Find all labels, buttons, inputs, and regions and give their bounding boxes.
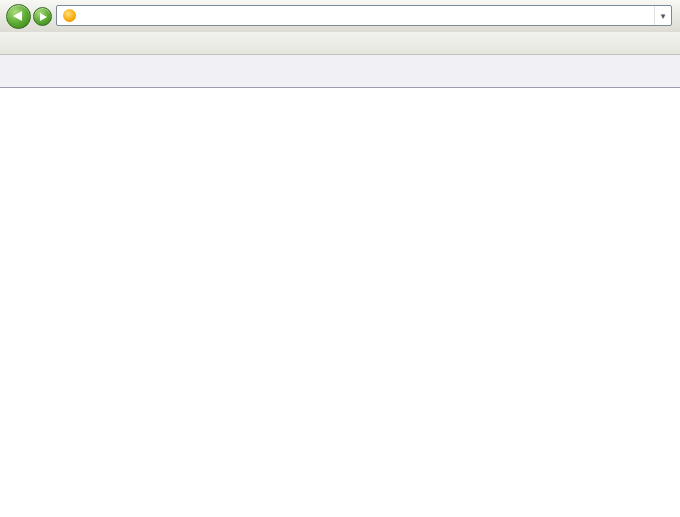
- forward-arrow-icon: [40, 13, 47, 21]
- url-dropdown-icon[interactable]: ▾: [654, 6, 671, 25]
- forward-button[interactable]: [33, 7, 52, 26]
- browser-window: ▾: [0, 0, 680, 517]
- page-header: [0, 55, 680, 88]
- site-favicon-icon: [63, 9, 76, 22]
- navigation-toolbar: ▾: [0, 0, 680, 33]
- back-button[interactable]: [6, 4, 31, 29]
- back-arrow-icon: [13, 11, 22, 21]
- bookmarks-toolbar: [0, 32, 680, 55]
- sun-path-plot: [58, 115, 430, 475]
- plot-label-layer: [58, 115, 430, 475]
- address-bar[interactable]: ▾: [56, 5, 672, 26]
